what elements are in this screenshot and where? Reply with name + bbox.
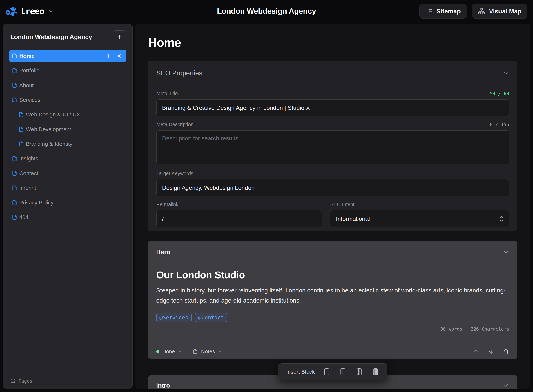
chevron-down-icon[interactable] (502, 382, 509, 389)
page-icon (12, 170, 17, 176)
chevron-down-icon[interactable] (502, 70, 509, 77)
page-collapse-icon (12, 97, 17, 103)
sidebar-item-insights[interactable]: Insights (9, 152, 126, 165)
meta-title-input[interactable] (156, 99, 509, 116)
seo-intent-select[interactable]: Informational (330, 210, 509, 227)
seo-properties-body: Meta Title 54 / 60 Meta Description 0 / … (148, 85, 517, 231)
target-keywords-input[interactable] (156, 179, 509, 196)
page-icon (12, 68, 17, 74)
hero-heading: Our London Studio (156, 269, 509, 280)
page-row-actions (106, 54, 122, 58)
pages-count: 12 Pages (10, 378, 32, 384)
notes-icon (193, 349, 198, 355)
insert-block-label: Insert Block (286, 369, 315, 375)
status-label: Done (162, 349, 175, 355)
notes-label: Notes (201, 349, 215, 355)
insert-1-column-icon[interactable] (323, 368, 331, 376)
seo-intent-value: Informational (336, 215, 370, 222)
notes-dropdown[interactable]: Notes (193, 349, 222, 355)
sidebar-item-label: Imprint (19, 185, 36, 191)
sidebar-item-contact[interactable]: Contact (9, 167, 126, 179)
sidebar-item-label: Services (19, 97, 40, 103)
site-title: London Webdesign Agency (10, 33, 92, 41)
add-child-page-icon[interactable] (106, 54, 111, 58)
page-icon (12, 214, 17, 220)
sidebar-item-imprint[interactable]: Imprint (9, 182, 126, 194)
sidebar-item-404[interactable]: 404 (9, 211, 126, 224)
sidebar-item-label: Web Development (26, 126, 71, 132)
meta-title-counter: 54 / 60 (490, 91, 509, 96)
sidebar-item-label: Branding & Identity (26, 141, 72, 147)
sidebar-item-label: Web Design & UI / UX (26, 112, 80, 118)
intro-block-title: Intro (156, 382, 170, 389)
status-done-dot (156, 350, 159, 353)
treeo-logo-icon (5, 6, 18, 17)
project-title: London Webdesign Agency (217, 7, 316, 16)
permalink-label: Permalink (156, 202, 178, 207)
add-page-button[interactable] (113, 30, 126, 43)
sidebar-item-portfolio[interactable]: Portfolio (9, 64, 126, 77)
chevron-down-icon[interactable] (48, 9, 54, 14)
page-list: Home Portfolio About Services Web Design… (3, 50, 132, 224)
page-title: Home (148, 36, 517, 50)
header-actions: Sitemap Visual Map (419, 4, 528, 19)
word-character-count: 30 Words · 226 Characters (156, 326, 509, 332)
seo-intent-label: SEO Intent (330, 202, 354, 207)
page-icon (12, 156, 17, 162)
move-block-down-icon[interactable] (488, 349, 494, 355)
permalink-input[interactable] (156, 210, 322, 227)
sidebar-item-privacy-policy[interactable]: Privacy Policy (9, 196, 126, 209)
insert-2-column-icon[interactable] (339, 368, 347, 376)
seo-properties-card: SEO Properties Meta Title 54 / 60 Meta D… (148, 61, 517, 231)
close-icon[interactable] (117, 54, 122, 58)
sidebar-item-home[interactable]: Home (9, 50, 126, 62)
seo-properties-title: SEO Properties (156, 69, 202, 77)
insert-4-column-icon[interactable] (371, 368, 379, 376)
sidebar-item-label: Insights (19, 155, 38, 162)
chevron-down-icon (178, 350, 181, 354)
page-icon (18, 112, 24, 117)
sidebar-item-label: Contact (19, 170, 38, 176)
services-children: Web Design & UI / UX Web Development Bra… (9, 108, 126, 150)
meta-description-textarea[interactable] (156, 130, 509, 164)
sidebar-item-label: About (19, 82, 33, 88)
block-actions (473, 349, 509, 355)
sidebar-item-label: 404 (19, 214, 29, 220)
sitemap-icon (425, 8, 433, 15)
seo-properties-header[interactable]: SEO Properties (148, 61, 517, 85)
sidebar-item-web-design-ui-ux[interactable]: Web Design & UI / UX (9, 108, 126, 121)
meta-description-counter: 0 / 155 (490, 122, 509, 127)
app-header: treeo London Webdesign Agency Sitemap Vi… (0, 0, 533, 22)
pages-sidebar: London Webdesign Agency Home Portfolio A… (3, 24, 133, 389)
sidebar-item-label: Privacy Policy (19, 200, 54, 206)
hero-block-header[interactable]: Hero (148, 241, 517, 256)
move-block-up-icon[interactable] (473, 349, 479, 355)
app-name: treeo (21, 6, 44, 16)
sidebar-item-about[interactable]: About (9, 79, 126, 92)
sidebar-item-web-development[interactable]: Web Development (9, 123, 126, 135)
page-icon (18, 126, 24, 132)
sidebar-item-branding-identity[interactable]: Branding & Identity (9, 138, 126, 150)
sidebar-item-services[interactable]: Services (9, 94, 126, 106)
page-icon (12, 185, 17, 191)
status-dropdown[interactable]: Done (156, 349, 181, 355)
insert-3-column-icon[interactable] (355, 368, 363, 376)
mention-tags: @Services @Contact (156, 313, 509, 322)
meta-title-label: Meta Title (156, 91, 178, 96)
sitemap-button[interactable]: Sitemap (419, 4, 467, 19)
page-editor: Home SEO Properties Meta Title 54 / 60 M… (135, 24, 530, 389)
visual-map-button[interactable]: Visual Map (472, 4, 528, 19)
visual-map-icon (478, 8, 485, 15)
mention-tag-services[interactable]: @Services (156, 313, 192, 322)
sidebar-item-label: Home (19, 53, 34, 59)
page-icon (18, 141, 24, 147)
hero-body-text: Steeped in history, but forever reinvent… (156, 285, 507, 305)
delete-block-icon[interactable] (503, 349, 509, 355)
page-icon (12, 53, 17, 59)
mention-tag-contact[interactable]: @Contact (195, 313, 227, 322)
app-logo-menu[interactable]: treeo (5, 6, 54, 17)
plus-icon (117, 34, 122, 40)
hero-block-card: Hero Our London Studio Steeped in histor… (148, 241, 517, 359)
target-keywords-label: Target Keywords (156, 171, 193, 176)
chevron-down-icon[interactable] (502, 249, 509, 256)
